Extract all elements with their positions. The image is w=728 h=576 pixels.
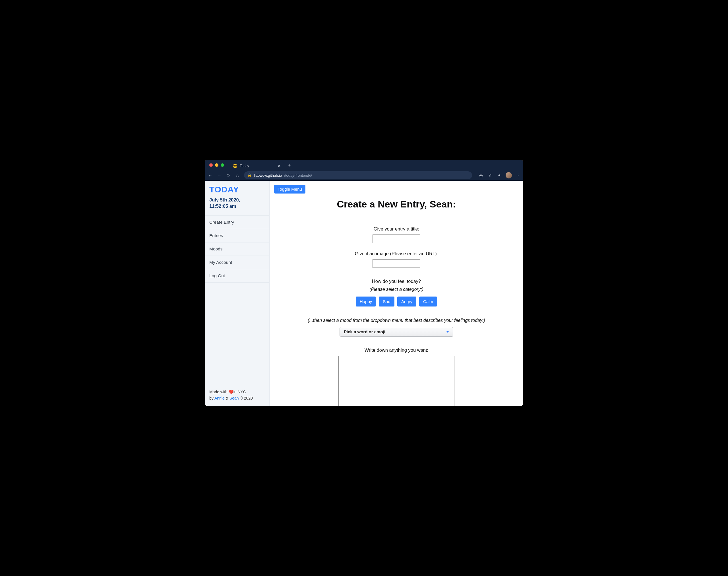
sidebar-item-moods[interactable]: Moods (205, 242, 269, 256)
sidebar-item-create-entry[interactable]: Create Entry (205, 216, 269, 229)
page-title: Create a New Entry, Sean: (274, 199, 519, 210)
mood-button-sad[interactable]: Sad (379, 296, 394, 307)
window-minimize-button[interactable] (215, 163, 218, 167)
title-label: Give your entry a title: (374, 226, 419, 232)
mood-button-angry[interactable]: Angry (397, 296, 416, 307)
dropdown-selected: Pick a word or emoji (344, 329, 385, 334)
footer-link-sean[interactable]: Sean (230, 396, 239, 400)
browser-window: 😎 Today ✕ + ← → ⟳ ⌂ 🔒 liaowow.github.io/… (205, 160, 523, 406)
address-bar[interactable]: 🔒 liaowow.github.io/today-frontend/# (244, 171, 472, 179)
mood-label: How do you feel today? (372, 279, 421, 284)
dropdown-hint: (...then select a mood from the dropdown… (308, 318, 485, 323)
titlebar: 😎 Today ✕ + (205, 160, 523, 170)
new-tab-button[interactable]: + (288, 163, 291, 169)
toolbar-right: ◎ ☆ ✦ ⋮ (478, 172, 520, 178)
mood-dropdown[interactable]: Pick a word or emoji (339, 327, 453, 337)
image-label: Give it an image (Please enter an URL): (355, 251, 438, 256)
title-input[interactable] (372, 234, 420, 243)
sidebar-nav: Create Entry Entries Moods My Account Lo… (205, 215, 269, 283)
traffic-lights (209, 163, 224, 167)
sidebar-footer: Made with ❤️in NYC by Annie & Sean © 202… (205, 384, 269, 406)
browser-tab[interactable]: 😎 Today ✕ (230, 161, 284, 170)
menu-icon[interactable]: ⋮ (516, 173, 520, 178)
sidebar: TODAY July 5th 2020, 11:52:05 am Create … (205, 181, 270, 406)
entry-form: Give your entry a title: Give it an imag… (274, 221, 519, 406)
footer-in-nyc: in NYC (234, 390, 246, 394)
location-icon[interactable]: ◎ (478, 173, 483, 178)
home-icon[interactable]: ⌂ (235, 173, 240, 178)
tab-title: Today (240, 164, 275, 168)
mood-sublabel: (Please select a category:) (369, 287, 423, 292)
date-line-1: July 5th 2020, (209, 197, 240, 202)
footer-link-annie[interactable]: Annie (214, 396, 225, 400)
url-path: /today-frontend/# (284, 173, 312, 178)
heart-icon: ❤️ (229, 390, 234, 394)
sidebar-item-my-account[interactable]: My Account (205, 256, 269, 269)
reload-icon[interactable]: ⟳ (226, 173, 231, 178)
footer-made-with: Made with (209, 390, 229, 394)
mood-button-calm[interactable]: Calm (419, 296, 437, 307)
brand: TODAY July 5th 2020, 11:52:05 am (205, 181, 269, 212)
forward-icon[interactable]: → (217, 173, 222, 178)
chevron-down-icon (446, 331, 449, 333)
window-close-button[interactable] (209, 163, 213, 167)
footer-amp: & (225, 396, 230, 400)
main-content: Toggle Menu Create a New Entry, Sean: Gi… (270, 181, 523, 406)
sidebar-item-log-out[interactable]: Log Out (205, 269, 269, 283)
window-maximize-button[interactable] (221, 163, 224, 167)
page: TODAY July 5th 2020, 11:52:05 am Create … (205, 181, 523, 406)
mood-buttons: Happy Sad Angry Calm (356, 296, 437, 307)
date-line-2: 11:52:05 am (209, 203, 236, 209)
extensions-icon[interactable]: ✦ (496, 173, 502, 178)
footer-by: by (209, 396, 214, 400)
brand-date: July 5th 2020, 11:52:05 am (209, 197, 265, 209)
browser-toolbar: ← → ⟳ ⌂ 🔒 liaowow.github.io/today-fronte… (205, 170, 523, 181)
tab-close-icon[interactable]: ✕ (278, 164, 281, 168)
image-url-input[interactable] (372, 259, 420, 268)
url-host: liaowow.github.io (254, 173, 282, 178)
footer-copyright: © 2020 (239, 396, 253, 400)
write-label: Write down anything you want: (365, 347, 428, 353)
bookmark-icon[interactable]: ☆ (487, 173, 492, 178)
back-icon[interactable]: ← (208, 173, 213, 178)
sidebar-item-entries[interactable]: Entries (205, 229, 269, 242)
brand-title: TODAY (209, 185, 265, 194)
tab-favicon: 😎 (233, 164, 238, 168)
toggle-menu-button[interactable]: Toggle Menu (274, 185, 305, 194)
entry-textarea[interactable] (338, 356, 454, 406)
profile-avatar[interactable] (506, 172, 512, 178)
mood-button-happy[interactable]: Happy (356, 296, 376, 307)
lock-icon: 🔒 (247, 173, 252, 177)
